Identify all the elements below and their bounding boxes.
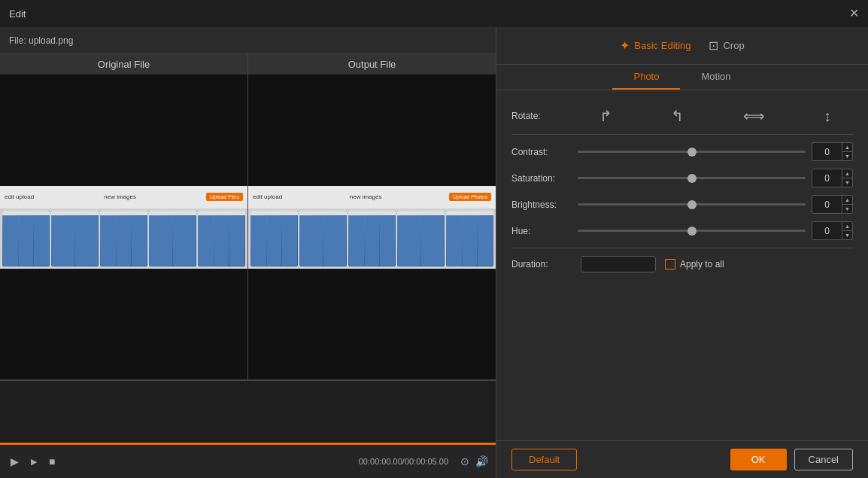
out-thumb-3: merge duplicate contacts	[348, 211, 396, 266]
upload-btn-output: Upload Photos	[449, 193, 491, 201]
contrast-up[interactable]: ▲	[842, 143, 852, 152]
original-screenshot: edit upload new images Upload Files comp…	[0, 186, 247, 269]
rotate-label: Rotate:	[511, 111, 572, 121]
bottom-buttons: Default OK Cancel	[496, 440, 868, 478]
brightness-slider-wrap	[578, 197, 806, 212]
brightness-down[interactable]: ▼	[842, 205, 852, 213]
brightness-arrows: ▲ ▼	[842, 196, 852, 213]
close-button[interactable]: ✕	[849, 8, 859, 20]
tab-motion[interactable]: Motion	[680, 65, 751, 90]
output-label: Output File	[248, 54, 496, 75]
brightness-slider[interactable]	[578, 203, 806, 206]
camera-icon[interactable]: ⊙	[460, 455, 469, 467]
right-footer-buttons: OK Cancel	[730, 449, 853, 470]
original-pane: Original File edit upload new images Upl…	[0, 54, 248, 379]
strip-thumbs-output: computer photo preview merge duplicate c…	[248, 209, 496, 269]
hue-slider[interactable]	[578, 230, 806, 232]
edit-window: Edit ✕ File: upload.png Original File ed…	[0, 0, 868, 478]
time-display: 00:00:00.00/00:00:05.00	[359, 457, 448, 466]
thumb-1: computer	[2, 211, 50, 266]
brightness-up[interactable]: ▲	[842, 196, 852, 205]
brightness-label: Brightness:	[511, 199, 572, 210]
saturation-label: Saturation:	[511, 173, 572, 184]
tabs-row: Photo Motion	[496, 65, 868, 90]
saturation-down[interactable]: ▼	[842, 178, 852, 187]
output-content: edit upload new images Upload Photos com…	[248, 75, 496, 379]
saturation-value-box: 0 ▲ ▼	[812, 169, 853, 187]
saturation-value: 0	[812, 172, 842, 185]
left-panel: File: upload.png Original File edit uplo…	[0, 27, 496, 478]
contrast-arrows: ▲ ▼	[842, 143, 852, 160]
duration-input[interactable]: 00:00:05.00	[581, 256, 656, 272]
brightness-value: 0	[812, 198, 842, 212]
play-button-1[interactable]: ▶	[8, 452, 22, 470]
thumb-3: merge duplicate contacts	[100, 211, 147, 266]
crop-label: Crop	[723, 40, 744, 51]
out-thumb-4: duplicate contact	[397, 211, 445, 266]
rotate-right-button[interactable]: ↱	[599, 107, 612, 125]
strip-top-output: edit upload new images Upload Photos	[248, 186, 496, 209]
default-button[interactable]: Default	[511, 449, 577, 470]
right-panel: ✦ Basic Editing ⊡ Crop Photo Motion Rota…	[496, 27, 868, 478]
saturation-up[interactable]: ▲	[842, 169, 852, 178]
contrast-slider[interactable]	[578, 151, 806, 153]
out-thumb-5: add photo to iDrive	[446, 211, 493, 266]
duration-row: Duration: 00:00:05.00 Apply to all	[511, 256, 853, 272]
saturation-arrows: ▲ ▼	[842, 169, 852, 187]
stop-button[interactable]: ■	[46, 452, 58, 470]
hue-arrows: ▲ ▼	[842, 222, 852, 239]
thumb-5: add photo to iDrive	[198, 211, 245, 266]
hue-slider-wrap	[578, 224, 806, 239]
hue-down[interactable]: ▼	[842, 231, 852, 239]
play-button-2[interactable]: ▶	[28, 454, 40, 470]
saturation-slider-wrap	[578, 171, 806, 186]
controls-bar: ▶ ▶ ■ 00:00:00.00/00:00:05.00 ⊙ 🔊	[0, 445, 496, 478]
bottom-strip: ▶ ▶ ■ 00:00:00.00/00:00:05.00 ⊙ 🔊	[0, 380, 496, 478]
right-header: ✦ Basic Editing ⊡ Crop	[496, 27, 868, 65]
saturation-row: Saturation: 0 ▲ ▼	[511, 169, 853, 187]
contrast-value-box: 0 ▲ ▼	[812, 142, 853, 161]
volume-icon[interactable]: 🔊	[475, 455, 488, 467]
contrast-down[interactable]: ▼	[842, 152, 852, 160]
title-bar: Edit ✕	[0, 0, 868, 27]
flip-vertical-button[interactable]: ↕	[824, 108, 831, 125]
hue-label: Hue:	[511, 226, 572, 236]
output-screenshot: edit upload new images Upload Photos com…	[248, 186, 496, 269]
crop-button[interactable]: ⊡ Crop	[709, 38, 744, 53]
apply-all-checkbox[interactable]	[665, 259, 675, 269]
window-title: Edit	[9, 8, 26, 20]
cancel-button[interactable]: Cancel	[794, 449, 853, 470]
ok-button[interactable]: OK	[730, 449, 787, 470]
original-content: edit upload new images Upload Files comp…	[0, 75, 247, 379]
settings-area: Rotate: ↱ ↰ ⟺ ↕ Contrast:	[496, 90, 868, 440]
duration-label: Duration:	[511, 259, 572, 269]
strip-thumbs-original: computer photo preview merge duplicate c…	[0, 209, 247, 269]
divider-2	[511, 248, 853, 248]
rotate-buttons: ↱ ↰ ⟺ ↕	[578, 107, 853, 125]
hue-value-box: 0 ▲ ▼	[812, 221, 853, 240]
out-thumb-2: photo preview	[299, 211, 347, 266]
output-pane: Output File edit upload new images Uploa…	[248, 54, 496, 379]
hue-up[interactable]: ▲	[842, 222, 852, 231]
saturation-slider[interactable]	[578, 177, 806, 179]
tab-photo[interactable]: Photo	[612, 65, 680, 90]
star-icon: ✦	[620, 38, 630, 53]
original-label: Original File	[0, 54, 247, 75]
rotate-row: Rotate: ↱ ↰ ⟺ ↕	[511, 107, 853, 125]
strip-top-original: edit upload new images Upload Files	[0, 186, 247, 209]
main-content: File: upload.png Original File edit uplo…	[0, 27, 868, 478]
apply-all-label: Apply to all	[680, 259, 724, 269]
basic-editing-label: Basic Editing	[634, 40, 690, 51]
out-thumb-1: computer	[250, 211, 298, 266]
preview-area: Original File edit upload new images Upl…	[0, 54, 496, 380]
rotate-left-button[interactable]: ↰	[671, 107, 684, 125]
brightness-value-box: 0 ▲ ▼	[812, 195, 853, 214]
hue-row: Hue: 0 ▲ ▼	[511, 221, 853, 240]
contrast-label: Contrast:	[511, 147, 572, 157]
flip-horizontal-button[interactable]: ⟺	[743, 107, 765, 125]
divider-1	[511, 134, 853, 135]
contrast-slider-wrap	[578, 145, 806, 160]
apply-all-container: Apply to all	[665, 259, 724, 269]
basic-editing-button[interactable]: ✦ Basic Editing	[620, 38, 690, 53]
hue-value: 0	[812, 224, 842, 238]
